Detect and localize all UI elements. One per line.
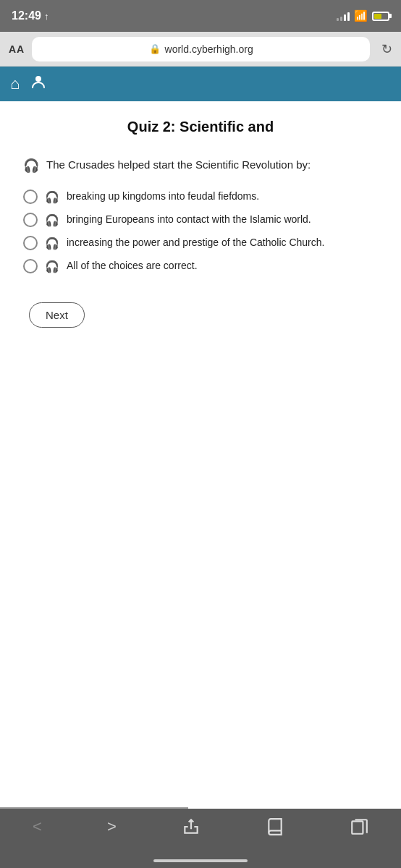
option-item[interactable]: 🎧 bringing Europeans into contact with t… bbox=[23, 213, 384, 227]
option-text-1: breaking up kingdoms into feudal fiefdom… bbox=[67, 190, 259, 204]
tabs-icon bbox=[350, 817, 368, 836]
radio-option-1[interactable] bbox=[23, 190, 38, 204]
option-text-4: All of the choices are correct. bbox=[67, 259, 198, 273]
share-icon bbox=[182, 817, 200, 836]
refresh-icon[interactable]: ↻ bbox=[381, 41, 392, 57]
person-icon[interactable] bbox=[30, 73, 47, 95]
radio-option-3[interactable] bbox=[23, 236, 38, 250]
quiz-title: Quiz 2: Scientific and bbox=[17, 119, 384, 135]
status-time: 12:49 ↑ bbox=[12, 9, 48, 22]
radio-option-2[interactable] bbox=[23, 213, 38, 227]
share-button[interactable] bbox=[176, 816, 206, 838]
next-button[interactable]: Next bbox=[29, 302, 85, 328]
back-icon: < bbox=[33, 817, 42, 836]
svg-rect-1 bbox=[352, 821, 363, 833]
signal-icon bbox=[337, 11, 350, 21]
question-row: 🎧 The Crusades helped start the Scientif… bbox=[17, 157, 384, 174]
url-text: world.cyberhigh.org bbox=[165, 43, 253, 55]
status-bar: 12:49 ↑ 📶 bbox=[0, 0, 401, 32]
status-icons: 📶 bbox=[337, 9, 389, 22]
home-indicator bbox=[153, 859, 248, 862]
svg-point-0 bbox=[35, 76, 41, 82]
option-item[interactable]: 🎧 All of the choices are correct. bbox=[23, 259, 384, 273]
option-audio-icon-1[interactable]: 🎧 bbox=[45, 190, 59, 204]
main-content: Quiz 2: Scientific and 🎧 The Crusades he… bbox=[0, 101, 401, 342]
option-audio-icon-3[interactable]: 🎧 bbox=[45, 237, 59, 250]
url-bar[interactable]: 🔒 world.cyberhigh.org bbox=[32, 37, 370, 61]
question-text: The Crusades helped start the Scientific… bbox=[46, 157, 311, 174]
wifi-icon: 📶 bbox=[354, 9, 368, 22]
time-display: 12:49 bbox=[12, 9, 41, 22]
option-audio-icon-2[interactable]: 🎧 bbox=[45, 213, 59, 227]
aa-label[interactable]: AA bbox=[9, 43, 25, 55]
home-icon[interactable]: ⌂ bbox=[10, 75, 20, 93]
question-audio-icon[interactable]: 🎧 bbox=[23, 158, 39, 174]
nav-toolbar: ⌂ bbox=[0, 67, 401, 101]
content-area: Quiz 2: Scientific and 🎧 The Crusades he… bbox=[0, 101, 401, 809]
option-item[interactable]: 🎧 increasing the power and prestige of t… bbox=[23, 236, 384, 250]
location-arrow-icon: ↑ bbox=[44, 11, 49, 22]
book-icon bbox=[266, 817, 284, 836]
option-text-3: increasing the power and prestige of the… bbox=[67, 236, 324, 250]
browser-bar: AA 🔒 world.cyberhigh.org ↻ bbox=[0, 32, 401, 67]
battery-icon bbox=[372, 12, 389, 21]
option-audio-icon-4[interactable]: 🎧 bbox=[45, 260, 59, 273]
bottom-toolbar: < > bbox=[0, 809, 401, 868]
book-button[interactable] bbox=[260, 816, 290, 838]
option-text-2: bringing Europeans into contact with the… bbox=[67, 213, 311, 227]
back-button[interactable]: < bbox=[27, 816, 48, 838]
lock-icon: 🔒 bbox=[149, 43, 161, 54]
forward-icon: > bbox=[107, 817, 117, 836]
forward-button[interactable]: > bbox=[101, 816, 122, 838]
tabs-button[interactable] bbox=[344, 816, 374, 838]
option-item[interactable]: 🎧 breaking up kingdoms into feudal fiefd… bbox=[23, 190, 384, 204]
radio-option-4[interactable] bbox=[23, 259, 38, 273]
options-list: 🎧 breaking up kingdoms into feudal fiefd… bbox=[17, 190, 384, 273]
